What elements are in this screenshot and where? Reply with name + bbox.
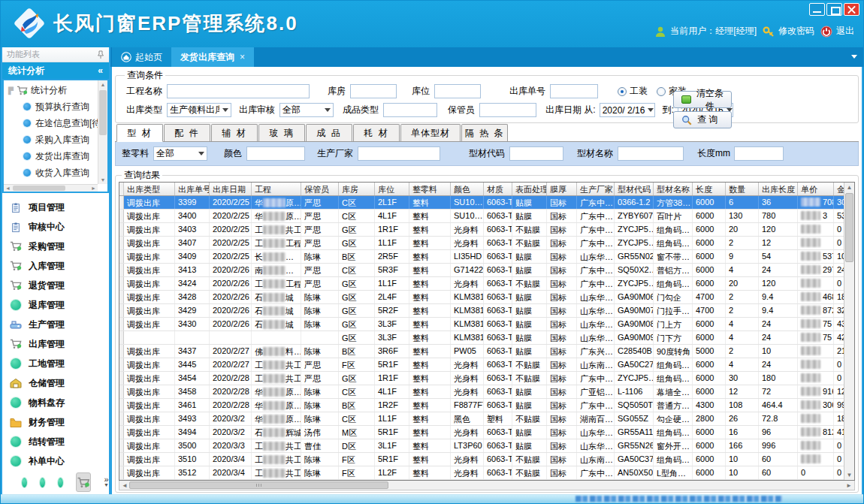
- table-row[interactable]: 调拨出库34292020/2/26石城陈琳G区5R2F整料KLM38176063…: [119, 304, 844, 318]
- table-row[interactable]: 调拨出库34582020/2/28华原…陈琳C区4L1F整料光身料6063-T5…: [119, 385, 844, 399]
- sidebar-item-仓储管理[interactable]: 仓储管理: [10, 373, 109, 393]
- table-row[interactable]: 调拨出库35002020/3/3工共工程曹佳D区3L1F整料LT3P606063…: [119, 439, 844, 453]
- table-row[interactable]: 调拨出库35122020/3/4工共工程陈琳F区1L2F整料光身料6063-T5…: [119, 466, 844, 480]
- audit-select[interactable]: 全部: [279, 103, 334, 117]
- sidebar-item-生产管理[interactable]: 生产管理: [10, 315, 109, 334]
- date-from-picker[interactable]: 2020/ 2/16: [600, 103, 655, 117]
- logout-button[interactable]: 退出: [820, 25, 854, 38]
- column-header-型材名称[interactable]: 型材名称: [654, 183, 693, 195]
- table-row[interactable]: 调拨出库35102020/3/4工共工程陈琳F区5R1F整料光身料6063-T5…: [119, 453, 844, 466]
- sidebar-item-退货管理[interactable]: 退货管理: [10, 276, 109, 295]
- table-row[interactable]: 调拨出库34372020/2/27佛料…陈琳B区3R6F整料PW056063-T…: [119, 345, 844, 358]
- profile-name-input[interactable]: [618, 146, 684, 161]
- column-header-材质[interactable]: 材质: [484, 183, 512, 195]
- keeper-input[interactable]: [479, 103, 536, 117]
- table-row[interactable]: 调拨出库34032020/2/25工共工程严思G区1R1F整料光身料6063-T…: [119, 223, 844, 237]
- profile-code-input[interactable]: [509, 146, 563, 161]
- manufacturer-input[interactable]: [358, 146, 440, 161]
- tab-home[interactable]: 起始页: [112, 47, 171, 67]
- search-button[interactable]: 查 询: [673, 111, 732, 128]
- column-header-工程[interactable]: 工程: [252, 183, 301, 195]
- tree-item[interactable]: 预算执行查询: [8, 98, 95, 115]
- table-row[interactable]: 调拨出库33992020/2/25华原…严思C区2L1F整料SU10…6063-…: [119, 196, 844, 210]
- table-row[interactable]: 调拨出库34612020/2/28华原…陈琳B区1R2F整料F8877FT606…: [119, 399, 844, 412]
- sidebar-item-审核中心[interactable]: 审核中心: [10, 217, 109, 237]
- column-header-膜厚[interactable]: 膜厚: [547, 183, 577, 195]
- sidebar-item-退库管理[interactable]: 退库管理: [10, 295, 109, 315]
- tree-item[interactable]: 发货出库查询: [8, 148, 95, 164]
- column-header-出库日期[interactable]: 出库日期: [210, 183, 252, 195]
- sidebar-item-采购管理[interactable]: 采购管理: [10, 237, 109, 256]
- column-header-出库类型[interactable]: 出库类型: [124, 183, 175, 195]
- material-tab-隔热条[interactable]: 隔 热 条: [461, 124, 508, 141]
- column-header-库位[interactable]: 库位: [375, 183, 409, 195]
- whole-part-select[interactable]: 全部: [153, 146, 207, 161]
- tree-joint-icon[interactable]: ▛: [8, 87, 14, 95]
- table-row[interactable]: 调拨出库34302020/2/26石城陈琳G区3L3F整料KLM38176063…: [119, 318, 844, 331]
- cart-module-button[interactable]: [76, 472, 91, 492]
- material-tab-玻璃[interactable]: 玻 璃: [258, 124, 305, 141]
- sidebar-item-结转管理[interactable]: 结转管理: [10, 432, 109, 451]
- module-dot-icon[interactable]: [22, 478, 27, 487]
- maximize-button[interactable]: [826, 3, 842, 16]
- module-dot-icon[interactable]: [40, 478, 45, 487]
- sidebar-item-财务管理[interactable]: 财务管理: [10, 412, 109, 432]
- scroll-down-icon[interactable]: ▼: [844, 472, 854, 478]
- table-row[interactable]: 调拨出库34542020/2/28工共工程严思G区1R1F整料光身料6063-T…: [119, 372, 844, 385]
- column-header-颜色[interactable]: 颜色: [451, 183, 484, 195]
- location-input[interactable]: [434, 84, 481, 98]
- column-header-生产厂家[interactable]: 生产厂家: [577, 183, 615, 195]
- project-name-input[interactable]: [167, 84, 310, 98]
- scroll-right-icon[interactable]: ►: [846, 482, 852, 489]
- table-row[interactable]: 调拨出库34282020/2/26石城陈琳G区2L4F整料KLM38176063…: [119, 291, 844, 304]
- scroll-up-icon[interactable]: ▲: [844, 184, 854, 191]
- sidebar-item-工地管理[interactable]: 工地管理: [10, 354, 109, 373]
- tab-outbound-query[interactable]: 发货出库查询 ×: [171, 47, 254, 67]
- tab-close-icon[interactable]: ×: [240, 52, 245, 62]
- material-tab-配件[interactable]: 配 件: [164, 124, 210, 141]
- table-row[interactable]: 调拨出库34092020/2/25长…陈琳B区2R5F整料LI35HD6063-…: [119, 250, 844, 264]
- change-password-button[interactable]: 修改密码: [763, 25, 814, 38]
- scrollbar-thumb[interactable]: [845, 193, 853, 262]
- clear-conditions-button[interactable]: 清空条件: [673, 91, 732, 108]
- sidebar-item-出库管理[interactable]: 出库管理: [10, 334, 109, 354]
- column-header-保管员[interactable]: 保管员: [301, 183, 339, 195]
- pin-icon[interactable]: [97, 50, 104, 59]
- order-no-input[interactable]: [550, 84, 598, 98]
- tree-item[interactable]: 采购入库查询: [8, 131, 95, 148]
- table-row[interactable]: 调拨出库34072020/2/25工工程严思G区1L1F整料光身料6063-T5…: [119, 237, 844, 250]
- close-button[interactable]: [844, 3, 859, 16]
- tree-root[interactable]: ▛ 统计分析: [8, 83, 95, 98]
- column-header-单价[interactable]: 单价: [798, 183, 834, 195]
- table-row[interactable]: G区3L3F整料KLM38176063-T5贴膜国标山东华…GA90M09.门下…: [119, 331, 844, 345]
- radio-gongzhuang[interactable]: 工装: [618, 85, 648, 98]
- scrollbar-thumb[interactable]: [99, 90, 107, 135]
- material-tab-耗材[interactable]: 耗 材: [353, 124, 400, 141]
- product-type-input[interactable]: [383, 103, 437, 117]
- material-tab-成品[interactable]: 成 品: [306, 124, 352, 141]
- table-row[interactable]: 调拨出库34452020/2/27工共工程严思F区5R1F整料光身料6063-T…: [119, 358, 844, 372]
- scroll-left-icon[interactable]: ◄: [122, 482, 128, 489]
- out-type-select[interactable]: 生产领料出库: [167, 103, 231, 117]
- tab-list-caret-icon[interactable]: [851, 55, 857, 59]
- table-row[interactable]: 调拨出库34932020/3/2华原…陈琳C区1L1F整料黑色塑料不贴膜国标湖南…: [119, 412, 844, 426]
- table-row[interactable]: 调拨出库34942020/3/2石辉城汤伟M区5R1F整料光身料6063-T5贴…: [119, 426, 844, 439]
- section-header-stats[interactable]: 统计分析 «: [2, 62, 109, 79]
- column-header-金额[interactable]: 金额: [834, 183, 844, 195]
- sidebar-item-物料盘存[interactable]: 物料盘存: [10, 393, 109, 412]
- column-header-整零料[interactable]: 整零料: [409, 183, 451, 195]
- color-input[interactable]: [246, 146, 305, 161]
- scroll-right-icon[interactable]: ►: [91, 186, 96, 191]
- scroll-up-icon[interactable]: ▲: [98, 82, 107, 87]
- minimize-button[interactable]: [809, 3, 825, 16]
- collapse-icon[interactable]: «: [98, 65, 103, 76]
- menu-overflow-button[interactable]: » ▼: [104, 476, 109, 488]
- material-tab-型材[interactable]: 型 材: [116, 124, 163, 142]
- scroll-left-icon[interactable]: ◄: [5, 186, 11, 191]
- column-header-出库单号[interactable]: 出库单号: [175, 183, 210, 195]
- warehouse-input[interactable]: [350, 84, 397, 98]
- column-header-出库长度[interactable]: 出库长度: [759, 183, 798, 195]
- column-header-数量[interactable]: 数量: [726, 183, 759, 195]
- scroll-down-icon[interactable]: ▼: [98, 177, 107, 183]
- sidebar-item-补单中心[interactable]: 补单中心: [10, 451, 109, 470]
